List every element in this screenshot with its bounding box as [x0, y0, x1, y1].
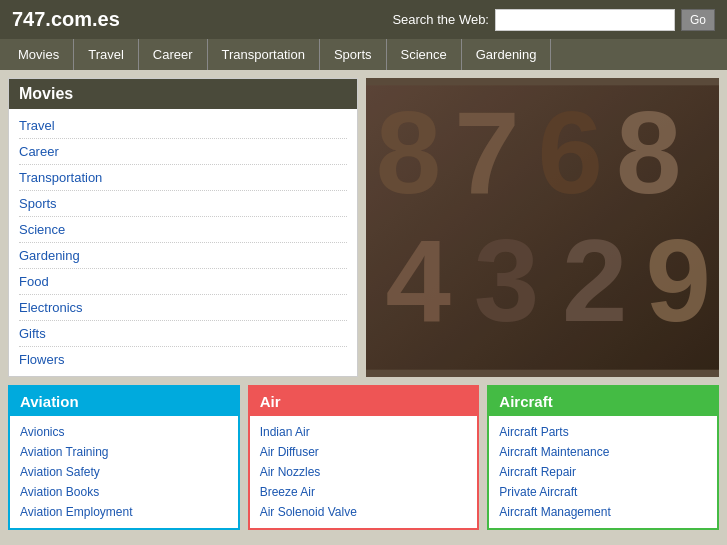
movies-link[interactable]: Science	[19, 217, 347, 243]
movies-link[interactable]: Food	[19, 269, 347, 295]
movies-panel: Movies TravelCareerTransportationSportsS…	[8, 78, 358, 377]
nav-item-transportation[interactable]: Transportation	[208, 39, 320, 70]
aircraft-link[interactable]: Aircraft Management	[499, 502, 707, 522]
footer: ©2011 747.com.es All rights reserved.	[0, 538, 727, 545]
aviation-link[interactable]: Avionics	[20, 422, 228, 442]
aircraft-panel: Aircraft Aircraft PartsAircraft Maintena…	[487, 385, 719, 530]
air-links: Indian AirAir DiffuserAir NozzlesBreeze …	[250, 416, 478, 528]
aircraft-link[interactable]: Aircraft Repair	[499, 462, 707, 482]
nav-item-sports[interactable]: Sports	[320, 39, 387, 70]
aircraft-title: Aircraft	[489, 387, 717, 416]
movies-link[interactable]: Flowers	[19, 347, 347, 372]
nav-item-career[interactable]: Career	[139, 39, 208, 70]
main-content: Movies TravelCareerTransportationSportsS…	[0, 70, 727, 538]
movies-panel-title: Movies	[9, 79, 357, 109]
header: 747.com.es Search the Web: Go	[0, 0, 727, 39]
aircraft-link[interactable]: Aircraft Parts	[499, 422, 707, 442]
air-link[interactable]: Air Diffuser	[260, 442, 468, 462]
air-link[interactable]: Breeze Air	[260, 482, 468, 502]
movies-link[interactable]: Travel	[19, 113, 347, 139]
aircraft-link[interactable]: Aircraft Maintenance	[499, 442, 707, 462]
air-title: Air	[250, 387, 478, 416]
air-link[interactable]: Air Solenoid Valve	[260, 502, 468, 522]
nav-item-gardening[interactable]: Gardening	[462, 39, 552, 70]
aircraft-link[interactable]: Private Aircraft	[499, 482, 707, 502]
site-title: 747.com.es	[12, 8, 120, 31]
movies-link[interactable]: Transportation	[19, 165, 347, 191]
top-section: Movies TravelCareerTransportationSportsS…	[8, 78, 719, 377]
nav-item-travel[interactable]: Travel	[74, 39, 139, 70]
search-label: Search the Web:	[392, 12, 489, 27]
aviation-link[interactable]: Aviation Books	[20, 482, 228, 502]
movies-link[interactable]: Gardening	[19, 243, 347, 269]
search-button[interactable]: Go	[681, 9, 715, 31]
search-input[interactable]	[495, 9, 675, 31]
movies-link[interactable]: Sports	[19, 191, 347, 217]
nav-item-science[interactable]: Science	[387, 39, 462, 70]
aviation-link[interactable]: Aviation Training	[20, 442, 228, 462]
movies-list: TravelCareerTransportationSportsScienceG…	[9, 109, 357, 376]
nav-item-movies[interactable]: Movies	[4, 39, 74, 70]
air-link[interactable]: Air Nozzles	[260, 462, 468, 482]
bottom-section: Aviation AvionicsAviation TrainingAviati…	[8, 385, 719, 530]
aviation-title: Aviation	[10, 387, 238, 416]
movies-link[interactable]: Gifts	[19, 321, 347, 347]
aircraft-links: Aircraft PartsAircraft MaintenanceAircra…	[489, 416, 717, 528]
movies-link[interactable]: Career	[19, 139, 347, 165]
aviation-panel: Aviation AvionicsAviation TrainingAviati…	[8, 385, 240, 530]
aviation-link[interactable]: Aviation Employment	[20, 502, 228, 522]
hero-image: 8 7 6 8 4 3 2 9	[366, 78, 719, 377]
search-area: Search the Web: Go	[392, 9, 715, 31]
aviation-links: AvionicsAviation TrainingAviation Safety…	[10, 416, 238, 528]
aviation-link[interactable]: Aviation Safety	[20, 462, 228, 482]
nav-bar: Movies Travel Career Transportation Spor…	[0, 39, 727, 70]
svg-rect-9	[366, 85, 719, 369]
hero-svg: 8 7 6 8 4 3 2 9	[366, 78, 719, 377]
movies-link[interactable]: Electronics	[19, 295, 347, 321]
air-panel: Air Indian AirAir DiffuserAir NozzlesBre…	[248, 385, 480, 530]
air-link[interactable]: Indian Air	[260, 422, 468, 442]
